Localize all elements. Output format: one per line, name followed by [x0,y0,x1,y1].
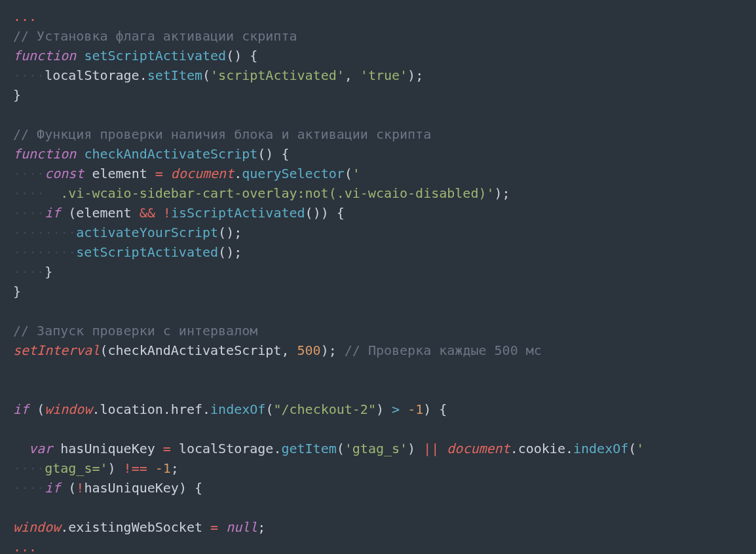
dot: . [60,519,68,535]
keyword-null: null [226,519,257,535]
dot: . [92,401,100,417]
dot: . [510,441,518,456]
wrap-indent [45,185,60,201]
code-editor[interactable]: ... // Установка флага активации скрипта… [0,0,756,554]
space [60,480,68,496]
semicolon: ; [415,67,423,83]
comment-line: // Запуск проверки с интервалом [13,323,257,339]
comma: , [281,342,297,358]
string-close-quote: ' [486,185,494,201]
identifier: hasUniqueKey [60,441,155,456]
paren-close: ) [321,205,329,221]
property: location [100,401,162,417]
paren-open: ( [257,146,265,162]
operator-not: ! [163,205,171,221]
indent-guide: ···· [13,166,45,181]
paren-close: ) [495,185,502,201]
keyword-if: if [45,480,60,496]
builtin-fn: setInterval [13,342,100,358]
dot: . [140,67,147,83]
comment-inline: // Проверка каждые 500 мс [345,342,542,358]
builtin-window: window [13,519,60,535]
identifier: element [92,166,147,181]
paren-open: ( [628,441,636,456]
brace-close: } [13,284,21,299]
string-literal: 'true' [360,67,407,83]
brace-open: { [250,48,257,64]
semicolon: ; [257,519,265,535]
paren-close: ) [226,244,234,260]
paren-close: ) [407,441,415,456]
keyword-function: function [13,48,76,64]
paren-close: ) [265,146,273,162]
keyword-const: const [45,166,84,181]
brace-open: { [439,401,447,417]
paren-open: ( [202,67,210,83]
semicolon: ; [234,244,242,260]
paren-close: ) [108,460,116,476]
keyword-if: if [45,205,60,221]
semicolon: ; [329,342,337,358]
method-call: querySelector [242,166,345,181]
identifier: element [76,205,131,221]
lead-space [13,441,29,456]
method-call: getItem [281,441,336,456]
builtin-window: window [45,401,92,417]
number-literal: 500 [297,342,321,358]
paren-open: ( [218,244,226,260]
identifier: localStorage [179,441,274,456]
brace-open: { [195,480,202,496]
string-literal: gtag_s=' [45,460,107,476]
semicolon: ; [234,225,242,240]
paren-close: ) [226,225,234,240]
keyword-if: if [13,401,29,417]
property: href [171,401,202,417]
semicolon: ; [502,185,510,201]
operator-gt: > [384,401,407,417]
paren-open: ( [265,401,273,417]
operator-assign: = [147,166,171,181]
paren-close: ) [313,205,321,221]
property: existingWebSocket [68,519,202,535]
paren-open: ( [218,225,226,240]
number-literal: -1 [155,460,171,476]
dot: . [234,166,242,181]
paren-open: ( [68,480,76,496]
paren-close: ) [423,401,431,417]
string-open-quote: ' [636,441,644,456]
operator-assign: = [202,519,226,535]
paren-open: ( [337,441,345,456]
brace-open: { [337,205,345,221]
string-literal: 'scriptActivated' [210,67,345,83]
indent-guide: ···· [13,460,45,476]
space [52,441,60,456]
number-literal: -1 [407,401,423,417]
operator-and: && [132,205,163,221]
indent-guide: ········ [13,225,76,240]
paren-close: ) [407,67,415,83]
paren-close: ) [179,480,187,496]
string-open-quote: ' [352,166,360,181]
identifier: localStorage [45,67,140,83]
method-call: indexOf [210,401,265,417]
indent-guide: ···· [13,67,45,83]
func-call: activateYourScript [76,225,218,240]
dot: . [202,401,210,417]
paren-open: ( [68,205,76,221]
indent-guide: ···· [13,480,45,496]
space [273,146,281,162]
paren-close: ) [376,401,384,417]
space [84,166,92,181]
space [29,401,37,417]
string-literal: 'gtag_s' [345,441,407,456]
operator-not: ! [76,480,84,496]
string-literal: "/checkout-2" [273,401,376,417]
builtin-document: document [447,441,510,456]
operator-assign: = [155,441,179,456]
keyword-function: function [13,146,76,162]
brace-open: { [281,146,289,162]
method-call: indexOf [573,441,628,456]
paren-close: ) [234,48,242,64]
paren-open: ( [100,342,107,358]
func-call: isScriptActivated [171,205,305,221]
